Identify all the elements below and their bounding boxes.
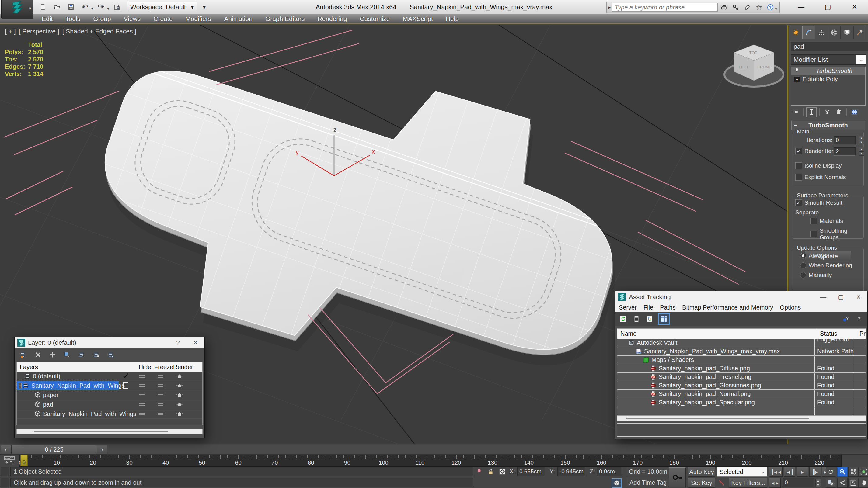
close-button[interactable]: ✕ bbox=[187, 337, 205, 348]
workspace-selector[interactable]: Workspace: Default ▾ bbox=[127, 2, 197, 12]
new-file-button[interactable] bbox=[37, 2, 49, 12]
layer-freeze-cell[interactable] bbox=[151, 384, 170, 387]
remove-modifier-button[interactable] bbox=[834, 108, 844, 117]
current-frame-field[interactable]: 0 bbox=[782, 478, 814, 487]
viewport-menu-pov[interactable]: [ Perspective ] bbox=[19, 28, 59, 35]
isolate-selection-toggle[interactable] bbox=[612, 478, 622, 488]
layer-hide-cell[interactable] bbox=[132, 403, 151, 406]
viewcube-top-label[interactable]: TOP bbox=[749, 51, 757, 55]
modifier-stack-item-turbosmooth[interactable]: TurboSmooth bbox=[791, 67, 865, 75]
asset-row[interactable]: PNGSanitary_napkin_pad_Specular.pngFound bbox=[617, 398, 866, 407]
show-end-result-button[interactable] bbox=[806, 107, 816, 117]
help-arrow-button[interactable]: ? bbox=[854, 314, 864, 324]
layer-row[interactable]: paper bbox=[17, 390, 202, 400]
table-view-button[interactable] bbox=[658, 313, 670, 325]
select-objects-in-layer-button[interactable] bbox=[62, 350, 72, 360]
layer-row-name[interactable]: pad bbox=[17, 400, 119, 409]
key-mode-toggle[interactable]: ◄► bbox=[769, 478, 781, 488]
freeze-dashes-icon[interactable] bbox=[158, 375, 163, 378]
tab-modify[interactable] bbox=[802, 26, 815, 39]
menubar-item-animation[interactable]: Animation bbox=[218, 15, 258, 23]
plus-box-icon[interactable]: + bbox=[794, 76, 800, 82]
asset-menu-options[interactable]: Options bbox=[776, 304, 804, 311]
communicator-pin-button[interactable] bbox=[474, 467, 484, 476]
minimize-button[interactable]: — bbox=[788, 0, 814, 14]
freeze-dashes-icon[interactable] bbox=[158, 413, 163, 415]
layer-freeze-cell[interactable] bbox=[151, 394, 170, 396]
menubar-item-rendering[interactable]: Rendering bbox=[311, 15, 353, 23]
asset-menu-bitmap-performance-and-memory[interactable]: Bitmap Performance and Memory bbox=[679, 304, 776, 311]
spin-up-icon[interactable]: ▲ bbox=[859, 136, 864, 140]
menubar-item-views[interactable]: Views bbox=[118, 15, 147, 23]
asset-name-cell[interactable]: MAXSanitary_Napkin_Pad_with_Wings_max_vr… bbox=[617, 347, 814, 355]
help-button[interactable]: ? bbox=[169, 337, 187, 348]
radio-manually[interactable] bbox=[800, 272, 806, 278]
selection-set-dropdown[interactable]: Selected ⌄ bbox=[717, 467, 767, 477]
column-layers[interactable]: Layers bbox=[17, 364, 122, 371]
undo-button[interactable]: ↶ bbox=[79, 2, 91, 12]
menubar-item-edit[interactable]: Edit bbox=[35, 15, 59, 23]
maximize-button[interactable]: ▢ bbox=[832, 292, 850, 302]
iterations-spinner[interactable]: ▲▼ bbox=[859, 136, 864, 144]
freeze-dashes-icon[interactable] bbox=[158, 384, 163, 387]
layer-freeze-cell[interactable] bbox=[151, 413, 170, 415]
explicit-normals-checkbox[interactable] bbox=[795, 174, 802, 181]
go-to-start-button[interactable]: ▐◄◄ bbox=[769, 467, 782, 477]
hide-dashes-icon[interactable] bbox=[139, 394, 145, 396]
select-highlighted-layer-button[interactable] bbox=[77, 350, 87, 360]
y-coordinate-field[interactable]: -0.945cm bbox=[557, 467, 585, 476]
tab-motion[interactable] bbox=[828, 26, 841, 39]
time-slider-handle[interactable]: 0 / 225 bbox=[11, 445, 97, 454]
layer-dialog-titlebar[interactable]: Layer: 0 (default) ? ✕ bbox=[14, 337, 205, 348]
asset-row[interactable]: Autodesk VaultLogged Out ... bbox=[617, 339, 866, 347]
radio-always[interactable] bbox=[800, 253, 806, 259]
menubar-item-graph-editors[interactable]: Graph Editors bbox=[259, 15, 311, 23]
menubar-item-maxscript[interactable]: MAXScript bbox=[396, 15, 439, 23]
hide-dashes-icon[interactable] bbox=[139, 403, 145, 406]
render-iters-checkbox[interactable]: ✓ bbox=[795, 148, 802, 155]
close-button[interactable]: ✕ bbox=[850, 292, 867, 302]
smooth-result-checkbox[interactable]: ✓ bbox=[795, 199, 802, 206]
freeze-dashes-icon[interactable] bbox=[158, 403, 163, 406]
column-freeze[interactable]: Freeze bbox=[154, 364, 173, 371]
layer-render-cell[interactable] bbox=[170, 401, 189, 408]
render-iters-spinner[interactable]: ▲▼ bbox=[859, 147, 864, 156]
redo-dropdown[interactable]: ▾ bbox=[107, 6, 110, 11]
layer-current-cell[interactable] bbox=[119, 382, 132, 389]
radio-when-rendering[interactable] bbox=[800, 262, 806, 268]
pin-stack-button[interactable] bbox=[791, 108, 801, 117]
auto-key-button[interactable]: Auto Key bbox=[688, 467, 715, 477]
column-render[interactable]: Render bbox=[173, 364, 192, 371]
object-name-field[interactable] bbox=[791, 42, 868, 52]
viewport-menu-general[interactable]: [ + ] bbox=[5, 28, 16, 35]
hide-dashes-icon[interactable] bbox=[139, 413, 145, 415]
add-to-layer-button[interactable] bbox=[48, 350, 58, 360]
layer-row[interactable]: Sanitary_Napkin_Pad_with_Wings bbox=[17, 409, 202, 419]
zoom-all-button[interactable] bbox=[848, 467, 859, 477]
asset-name-cell[interactable]: PNGSanitary_napkin_pad_Fresnel.png bbox=[617, 373, 814, 381]
layer-hide-cell[interactable] bbox=[132, 413, 151, 415]
pan-view-button[interactable] bbox=[859, 478, 868, 488]
save-file-button[interactable] bbox=[65, 2, 77, 12]
report-view-button[interactable] bbox=[631, 314, 642, 324]
help-dropdown[interactable]: ▾ bbox=[775, 7, 777, 11]
menubar-item-group[interactable]: Group bbox=[87, 15, 117, 23]
layer-row-name[interactable]: paper bbox=[17, 390, 119, 399]
set-key-mode-pencil[interactable] bbox=[716, 478, 726, 487]
viewcube-left-label[interactable]: LEFT bbox=[739, 65, 748, 69]
z-coordinate-field[interactable]: 0.0cm bbox=[597, 467, 621, 476]
hierarchy-view-button[interactable] bbox=[645, 314, 655, 324]
asset-row[interactable]: PNGSanitary_napkin_pad_Diffuse.pngFound bbox=[617, 364, 866, 373]
redo-button[interactable]: ↷ bbox=[95, 2, 107, 12]
update-option-manually[interactable]: Manually bbox=[800, 272, 832, 279]
asset-name-cell[interactable]: PNGSanitary_napkin_pad_Glossinnes.png bbox=[617, 381, 814, 389]
menubar-item-modifiers[interactable]: Modifiers bbox=[179, 15, 218, 23]
iterations-field[interactable]: 0 bbox=[834, 136, 856, 144]
set-keys-button[interactable] bbox=[669, 467, 686, 487]
materials-checkbox[interactable] bbox=[810, 218, 817, 224]
asset-name-cell[interactable]: Autodesk Vault bbox=[617, 339, 814, 347]
viewcube-front-label[interactable]: FRONT bbox=[757, 65, 771, 69]
help-button[interactable]: ? bbox=[765, 3, 776, 12]
asset-row[interactable]: PNGSanitary_napkin_pad_Glossinnes.pngFou… bbox=[617, 381, 866, 390]
layer-hide-cell[interactable] bbox=[132, 394, 151, 396]
